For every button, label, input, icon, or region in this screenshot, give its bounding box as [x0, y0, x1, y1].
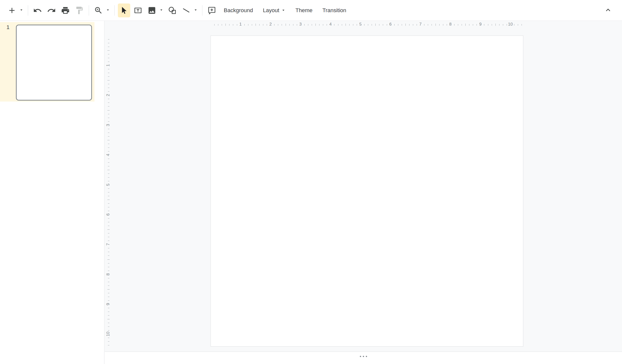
toolbar-separator — [28, 5, 28, 16]
transition-button-label: Transition — [322, 7, 346, 14]
theme-button[interactable]: Theme — [291, 3, 317, 17]
zoom-in-icon — [94, 6, 103, 15]
undo-icon — [33, 6, 42, 15]
cursor-icon — [120, 6, 129, 15]
drag-dot — [366, 356, 367, 357]
chevron-down-icon — [194, 8, 198, 13]
drag-dot — [363, 356, 364, 357]
toolbar-separator — [202, 5, 202, 16]
paint-format-button[interactable] — [73, 3, 86, 17]
speaker-notes-drag-handle[interactable] — [359, 355, 368, 358]
canvas-area: 12345678910 12345678910 — [105, 21, 622, 364]
paint-format-icon — [75, 6, 84, 15]
redo-icon — [47, 6, 56, 15]
line-icon — [182, 6, 191, 15]
background-button-label: Background — [224, 7, 253, 14]
add-comment-icon — [207, 6, 216, 15]
image-icon — [147, 6, 156, 15]
chevron-up-icon — [604, 6, 612, 15]
speaker-notes-strip — [105, 352, 622, 364]
chevron-down-icon — [106, 8, 110, 13]
zoom-dropdown[interactable] — [104, 3, 111, 17]
transition-button[interactable]: Transition — [318, 3, 351, 17]
toolbar-separator — [114, 5, 115, 16]
background-button[interactable]: Background — [219, 3, 257, 17]
insert-line-button[interactable] — [180, 3, 192, 17]
redo-button[interactable] — [45, 3, 58, 17]
new-slide-button[interactable] — [6, 3, 18, 17]
insert-line-dropdown[interactable] — [192, 3, 199, 17]
layout-button-label: Layout — [263, 7, 279, 14]
editor-content: 1 12345678910 12345678910 — [0, 21, 622, 364]
text-box-button[interactable] — [132, 3, 144, 17]
slide-1-thumbnail[interactable] — [16, 25, 92, 101]
toolbar-separator — [89, 5, 89, 16]
shape-icon — [168, 6, 177, 15]
filmstrip-slide-1[interactable]: 1 — [0, 22, 94, 102]
new-slide-dropdown[interactable] — [18, 3, 25, 17]
undo-button[interactable] — [31, 3, 44, 17]
text-box-icon — [133, 6, 142, 15]
zoom-button[interactable] — [92, 3, 105, 17]
slide-number-label: 1 — [6, 24, 9, 31]
insert-image-button[interactable] — [146, 3, 158, 17]
slide-canvas[interactable] — [211, 36, 523, 347]
horizontal-ruler: 12345678910 — [105, 21, 622, 28]
layout-button[interactable]: Layout — [258, 3, 290, 17]
slide-filmstrip: 1 — [0, 21, 104, 364]
insert-image-dropdown[interactable] — [158, 3, 165, 17]
theme-button-label: Theme — [295, 7, 312, 14]
main-toolbar: Background Layout Theme Transition — [0, 0, 622, 21]
chevron-down-icon — [281, 7, 285, 14]
select-tool-button[interactable] — [118, 3, 130, 17]
vertical-ruler: 12345678910 — [105, 21, 112, 364]
chevron-down-icon — [19, 8, 23, 13]
drag-dot — [360, 356, 361, 357]
hide-menus-button[interactable] — [601, 3, 615, 17]
print-button[interactable] — [59, 3, 72, 17]
add-comment-button[interactable] — [206, 3, 218, 17]
print-icon — [61, 6, 70, 15]
plus-icon — [7, 6, 16, 15]
chevron-down-icon — [159, 8, 163, 13]
insert-shape-button[interactable] — [166, 3, 178, 17]
